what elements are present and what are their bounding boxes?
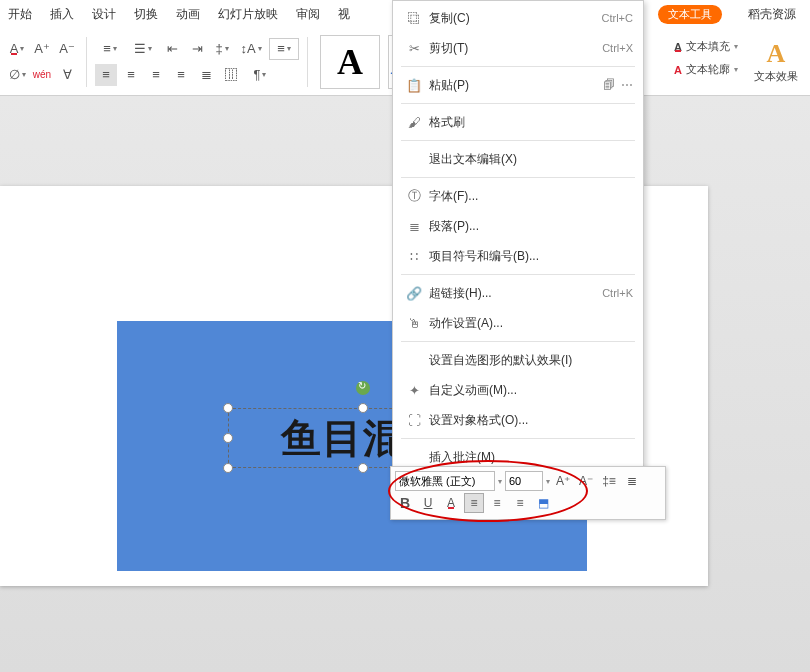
effects-icon: A — [767, 39, 786, 69]
menu-item[interactable]: 🖱动作设置(A)... — [393, 308, 643, 338]
menu-separator — [401, 140, 635, 141]
text-direction-button[interactable]: ↕A — [236, 38, 266, 60]
tab-view[interactable]: 视 — [338, 6, 350, 23]
menu-item[interactable]: ✦自定义动画(M)... — [393, 375, 643, 405]
menu-separator — [401, 66, 635, 67]
text-fill-button[interactable]: A文本填充▾ — [670, 37, 742, 56]
menu-item[interactable]: Ⓣ字体(F)... — [393, 181, 643, 211]
dropdown-icon[interactable]: ▾ — [546, 477, 550, 486]
tab-slideshow[interactable]: 幻灯片放映 — [218, 6, 278, 23]
mini-font-input[interactable] — [395, 471, 495, 491]
menu-item[interactable]: ✂剪切(T)Ctrl+X — [393, 33, 643, 63]
dropdown-icon[interactable]: ▾ — [498, 477, 502, 486]
menu-item[interactable]: 退出文本编辑(X) — [393, 144, 643, 174]
numbering-button[interactable]: ☰ — [128, 38, 158, 60]
increase-font-button[interactable]: A⁺ — [31, 38, 53, 60]
menu-item[interactable]: ⛶设置对象格式(O)... — [393, 405, 643, 435]
menu-item-label: 设置对象格式(O)... — [425, 412, 633, 429]
tab-resources[interactable]: 稻壳资源 — [748, 6, 796, 23]
align-text-button[interactable]: ≡ — [269, 38, 299, 60]
mini-merge-button[interactable]: ⬒ — [533, 493, 553, 513]
menu-item[interactable]: ∷项目符号和编号(B)... — [393, 241, 643, 271]
menu-item-label: 项目符号和编号(B)... — [425, 248, 633, 265]
mini-spacing[interactable]: ≣ — [622, 471, 642, 491]
menu-item[interactable]: ⿻复制(C)Ctrl+C — [393, 3, 643, 33]
line-spacing-button[interactable]: ‡ — [211, 38, 233, 60]
menu-item-icon: 🔗 — [403, 286, 425, 301]
separator — [307, 37, 308, 87]
pinyin-button[interactable]: wén — [31, 64, 53, 86]
menu-item-label: 设置自选图形的默认效果(I) — [425, 352, 633, 369]
menu-item[interactable]: 🔗超链接(H)...Ctrl+K — [393, 278, 643, 308]
mini-align-right[interactable]: ≡ — [510, 493, 530, 513]
decrease-indent-button[interactable]: ⇤ — [161, 38, 183, 60]
menu-separator — [401, 274, 635, 275]
menu-item-icon: 🖌 — [403, 115, 425, 130]
decrease-font-button[interactable]: A⁻ — [56, 38, 78, 60]
resize-handle-nw[interactable] — [223, 403, 233, 413]
align-left-button[interactable]: ≡ — [95, 64, 117, 86]
menu-separator — [401, 341, 635, 342]
paste-options[interactable]: 🗐⋯ — [603, 78, 633, 92]
menu-item[interactable]: 📋粘贴(P)🗐⋯ — [393, 70, 643, 100]
tab-review[interactable]: 审阅 — [296, 6, 320, 23]
menu-item-label: 段落(P)... — [425, 218, 633, 235]
align-justify-button[interactable]: ≡ — [170, 64, 192, 86]
mini-decrease-font[interactable]: A⁻ — [576, 471, 596, 491]
menu-item[interactable]: 🖌格式刷 — [393, 107, 643, 137]
font-color-button[interactable]: A — [6, 38, 28, 60]
align-center-button[interactable]: ≡ — [120, 64, 142, 86]
mini-bold-button[interactable]: B — [395, 493, 415, 513]
distribute-button[interactable]: ≣ — [195, 64, 217, 86]
resize-handle-w[interactable] — [223, 433, 233, 443]
resize-handle-n[interactable] — [358, 403, 368, 413]
bullets-button[interactable]: ≡ — [95, 38, 125, 60]
text-tools-badge[interactable]: 文本工具 — [658, 5, 722, 24]
rotate-handle[interactable] — [356, 381, 370, 395]
menu-shortcut: Ctrl+X — [602, 42, 633, 54]
paragraph-spacing-button[interactable]: ¶ — [245, 64, 275, 86]
text-style-preview[interactable]: A — [320, 35, 380, 89]
columns-button[interactable]: ⿲ — [220, 64, 242, 86]
mini-font-color-button[interactable]: A — [441, 493, 461, 513]
mini-toolbar: ▾ ▾ A⁺ A⁻ ‡≡ ≣ B U A ≡ ≡ ≡ ⬒ — [390, 466, 666, 520]
clear-format-button[interactable]: Ɐ — [56, 64, 78, 86]
mini-align-center[interactable]: ≡ — [487, 493, 507, 513]
increase-indent-button[interactable]: ⇥ — [186, 38, 208, 60]
resize-handle-s[interactable] — [358, 463, 368, 473]
align-right-button[interactable]: ≡ — [145, 64, 167, 86]
menu-item[interactable]: 设置自选图形的默认效果(I) — [393, 345, 643, 375]
mini-line-spacing[interactable]: ‡≡ — [599, 471, 619, 491]
menu-item-label: 剪切(T) — [425, 40, 602, 57]
tab-transition[interactable]: 切换 — [134, 6, 158, 23]
menu-item-icon: ∷ — [403, 249, 425, 264]
menu-item-icon: Ⓣ — [403, 187, 425, 205]
menu-item-label: 插入批注(M) — [425, 449, 633, 466]
text-outline-button[interactable]: A文本轮廓▾ — [670, 60, 742, 79]
menu-shortcut: Ctrl+K — [602, 287, 633, 299]
tab-animation[interactable]: 动画 — [176, 6, 200, 23]
menu-item[interactable]: ≣段落(P)... — [393, 211, 643, 241]
mini-underline-button[interactable]: U — [418, 493, 438, 513]
resize-handle-sw[interactable] — [223, 463, 233, 473]
menu-separator — [401, 103, 635, 104]
tab-design[interactable]: 设计 — [92, 6, 116, 23]
menu-separator — [401, 438, 635, 439]
menu-separator — [401, 177, 635, 178]
menu-item-label: 自定义动画(M)... — [425, 382, 633, 399]
menu-item-icon: ⿻ — [403, 11, 425, 26]
menu-item-icon: ⛶ — [403, 413, 425, 428]
mini-align-left[interactable]: ≡ — [464, 493, 484, 513]
fill-icon: A — [674, 41, 682, 53]
mini-size-input[interactable] — [505, 471, 543, 491]
preview-letter: A — [337, 41, 363, 83]
menu-item-icon: ≣ — [403, 219, 425, 234]
menu-item-label: 退出文本编辑(X) — [425, 151, 633, 168]
tab-insert[interactable]: 插入 — [50, 6, 74, 23]
mini-increase-font[interactable]: A⁺ — [553, 471, 573, 491]
highlight-button[interactable]: ∅ — [6, 64, 28, 86]
menu-item-label: 动作设置(A)... — [425, 315, 633, 332]
tab-start[interactable]: 开始 — [8, 6, 32, 23]
text-effects-button[interactable]: A 文本效果 — [748, 37, 804, 86]
menu-shortcut: Ctrl+C — [602, 12, 633, 24]
